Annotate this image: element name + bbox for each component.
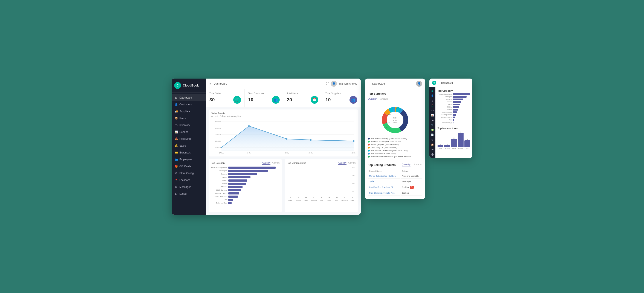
product-link-4[interactable]: Pran Chinigura Aromatic Rice xyxy=(369,192,394,194)
right-icon-cart[interactable]: 🛒 xyxy=(431,124,434,126)
right-vbar-bar xyxy=(458,133,464,147)
right-icon-users[interactable]: 👤 xyxy=(431,94,434,97)
sidebar-item-customers[interactable]: 👤 Customers xyxy=(172,101,206,108)
hbar-row: Beverages xyxy=(211,170,280,172)
right-icon-chart[interactable]: 📊 xyxy=(431,114,434,117)
sidebar-item-logout[interactable]: ⏻ Logout xyxy=(172,190,206,197)
legend-dot-1 xyxy=(368,138,370,140)
tab-suppliers-amount[interactable]: Amount xyxy=(380,97,388,101)
sidebar-item-messages[interactable]: ✉ Messages xyxy=(172,184,206,190)
hbar-label: Beverages xyxy=(211,170,228,172)
section-divider xyxy=(368,161,422,161)
hamburger-icon[interactable]: ≡ xyxy=(210,82,211,86)
right-icon-items[interactable]: 📱 xyxy=(431,104,434,107)
vbar-label: HAYLOU xyxy=(295,199,301,201)
sidebar-item-locations[interactable]: 📍 Locations xyxy=(172,177,206,184)
chart-tabs-manufactures: Quantity Amount xyxy=(338,162,356,165)
col-product-name: Product Name xyxy=(368,169,400,173)
right-icon-dashboard[interactable]: ◉ xyxy=(431,89,434,92)
hbar-row: DSLR Camera xyxy=(211,189,280,191)
logo-icon: C xyxy=(174,82,181,89)
horizontal-bar-chart-category: Fruits and VegetableBeveragesCookingLapt… xyxy=(211,167,280,210)
right-icon-power[interactable]: ⏻ xyxy=(431,153,434,156)
col-category: Category xyxy=(401,169,422,173)
hbar-bar xyxy=(228,189,241,191)
hbar-bar xyxy=(228,167,276,169)
products-table: Product Name Category Mango Gobindobhog … xyxy=(368,169,422,196)
svg-text:42.0%: 42.0% xyxy=(393,117,397,119)
stat-value-suppliers: 10 xyxy=(326,97,330,103)
expand-icon[interactable]: ⛶ xyxy=(326,82,329,85)
tab-selling-quantity[interactable]: Quantity xyxy=(402,163,410,167)
tab-manufactures-quantity[interactable]: Quantity xyxy=(338,162,346,165)
tab-category-amount[interactable]: Amount xyxy=(272,162,280,165)
tab-category-quantity[interactable]: Quantity xyxy=(262,162,270,165)
right-back-icon[interactable]: → xyxy=(438,82,440,84)
right-icon-gear[interactable]: ⚙ xyxy=(431,138,434,141)
right-icon-download[interactable]: ↓ xyxy=(432,99,433,102)
sidebar-item-label: Inventory xyxy=(179,124,190,127)
sidebar-logo: C CloudBook xyxy=(172,79,206,92)
hbar-bar xyxy=(228,176,250,178)
table-row: Pusti Fortified Soyabean Oil Cooking ✎ xyxy=(368,184,422,190)
sidebar-item-giftcards[interactable]: 🎁 Gift Cards xyxy=(172,163,206,170)
right-icon-strip: ◉ 👤 ↓ 📱 🏷 📊 ☁ 🛒 💵 📄 ⚙ 🏠 ✉ ⏻ xyxy=(430,87,436,158)
top-bar-left: ≡ Dashboard xyxy=(210,82,227,86)
product-link-3[interactable]: Pusti Fortified Soyabean Oil xyxy=(369,186,393,188)
hbar-bar xyxy=(228,186,242,188)
right-hbar-label: Watch xyxy=(438,104,452,105)
hbar-row: Cooking xyxy=(211,173,280,175)
right-icon-doc[interactable]: 📄 xyxy=(431,134,434,136)
tab-selling-amount[interactable]: Amount xyxy=(414,163,422,167)
hbar-row: Fruits and Vegetable xyxy=(211,167,280,169)
sidebar-item-items[interactable]: 📦 Items xyxy=(172,115,206,122)
hbar-label: Tab xyxy=(211,199,228,201)
sidebar-item-suppliers[interactable]: 🚚 Suppliers xyxy=(172,108,206,115)
edit-button-3[interactable]: ✎ xyxy=(410,186,414,189)
right-icon-mail[interactable]: ✉ xyxy=(432,148,434,151)
sidebar-item-dashboard[interactable]: ⊞ Dashboard xyxy=(172,94,206,101)
sidebar-item-inventory[interactable]: 🗃 Inventory xyxy=(172,122,206,129)
svg-marker-11 xyxy=(222,126,354,151)
hbar-bar xyxy=(228,196,238,198)
right-icon-tag[interactable]: 🏷 xyxy=(431,109,434,112)
right-icon-money[interactable]: 💵 xyxy=(431,129,434,131)
stats-row: Total Sales 30 🛒 Total Customer 10 👥 Tot… xyxy=(206,89,361,107)
tab-suppliers-quantity[interactable]: Quantity xyxy=(368,97,377,101)
chart-title-manufactures: Top Manufactures xyxy=(287,162,306,164)
legend-dot-6 xyxy=(368,153,370,155)
legend-item-5: M/S Sazzad Distribution (Nurul Azim Fara… xyxy=(368,150,422,152)
right-category-bars: Fruits and VegetableBeveragesCookingLapt… xyxy=(438,93,470,123)
legend-dot-4 xyxy=(368,147,370,149)
sidebar-item-sales[interactable]: 💰 Sales xyxy=(172,142,206,149)
vbar-value-label: 6 xyxy=(344,197,345,198)
sidebar-item-expenses[interactable]: 💳 Expenses xyxy=(172,149,206,156)
vbar-group: 8MSI xyxy=(318,197,324,201)
sidebar-item-reports[interactable]: 📊 Reports xyxy=(172,129,206,135)
right-vbar-value-label: 5 xyxy=(440,144,441,145)
user-avatar: 👤 xyxy=(331,81,337,87)
product-cat-2: Beverages xyxy=(401,179,422,184)
employees-icon: 👥 xyxy=(175,158,178,161)
sidebar-item-storeconfig[interactable]: ⚙ Store Config xyxy=(172,170,206,177)
svg-text:2000000: 2000000 xyxy=(215,140,220,142)
main-content: ≡ Dashboard ⛶ 👤 Injamam Ahmed Total Sale… xyxy=(206,79,361,215)
tab-manufactures-amount[interactable]: Amount xyxy=(348,162,356,165)
right-icon-home[interactable]: 🏠 xyxy=(431,143,434,146)
sidebar-item-employees[interactable]: 👥 Employees xyxy=(172,156,206,163)
top-selling-heading: Top Selling Products xyxy=(368,163,396,167)
right-hbar-bar xyxy=(452,111,457,113)
legend-label-2: Kashem & Sons (Md. Mainul Islam) xyxy=(371,141,401,143)
product-link-2[interactable]: Sprite xyxy=(369,180,374,182)
back-icon[interactable]: → xyxy=(368,82,371,85)
legend-label-1: M/S Kamala Trading (Manosh Das Gupta) xyxy=(371,138,407,140)
product-link-1[interactable]: Mango Gobindobhog (Satkhira) xyxy=(369,175,396,177)
hbar-row: Laptop xyxy=(211,176,280,178)
options-icon[interactable]: ⋮⋮⋮ xyxy=(346,112,356,115)
hbar-row: Dairy and Egg xyxy=(211,202,280,204)
items-icon: 📦 xyxy=(175,117,178,120)
legend-label-6: M/S Mostaque & Sons (Iqbal) xyxy=(371,153,396,155)
sidebar-item-receiving[interactable]: 📥 Receiving xyxy=(172,135,206,142)
right-icon-cloud[interactable]: ☁ xyxy=(431,119,434,121)
right-vbar-label: HAYLOU xyxy=(445,148,450,149)
